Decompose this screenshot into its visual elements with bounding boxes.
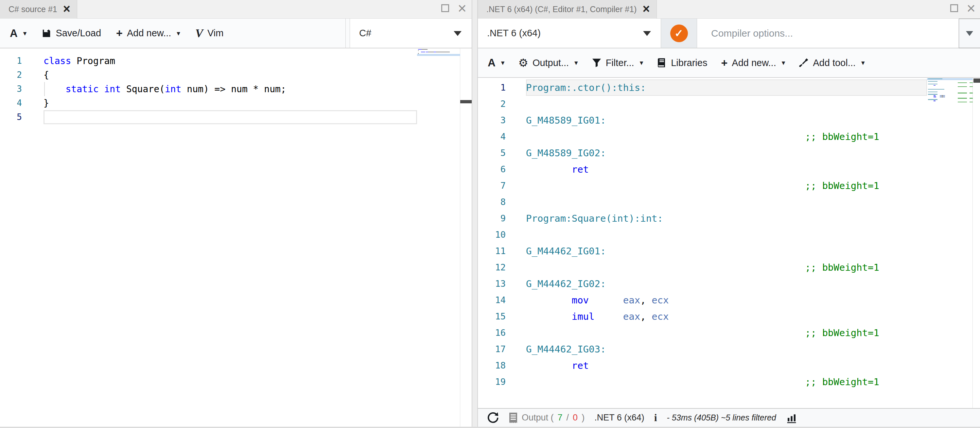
code-line[interactable]: 7;; bbWeight=1 — [478, 178, 980, 194]
compiler-config-row: .NET 6 (x64) ✓ — [478, 19, 980, 48]
code-line[interactable]: 1class Program — [0, 54, 472, 68]
pane-splitter[interactable] — [472, 0, 477, 427]
assembly-output-editor[interactable]: 1Program:.ctor():this:23G_M48589_IG01:4;… — [478, 78, 980, 408]
minimap[interactable] — [927, 78, 973, 408]
font-size-button[interactable]: A ▾ — [10, 27, 27, 40]
add-new-label: Add new... — [127, 28, 171, 38]
chevron-down-icon: ▾ — [574, 59, 578, 67]
code-line[interactable]: 13G_M44462_IG02: — [478, 276, 980, 292]
tab-csharp-source[interactable]: C# source #1 × — [0, 0, 77, 19]
minimap-code-mark — [958, 92, 967, 93]
minimap-code-mark — [928, 81, 937, 82]
code-line[interactable]: 5G_M48589_IG02: — [478, 145, 980, 161]
options-dropdown-button[interactable] — [959, 19, 980, 48]
libraries-button[interactable]: Libraries — [657, 57, 707, 68]
line-number: 3 — [0, 82, 22, 96]
vertical-scrollbar[interactable] — [973, 78, 980, 408]
plus-icon: + — [116, 27, 123, 40]
code-line[interactable]: 9Program:Square(int):int: — [478, 210, 980, 227]
output-menu-button[interactable]: ⚙ Output... ▾ — [518, 57, 578, 68]
chevron-down-icon: ▾ — [23, 29, 27, 37]
code-line[interactable]: 3 static int Square(int num) => num * nu… — [0, 82, 472, 96]
code-text: imul eax, ecx — [506, 308, 669, 325]
maximize-icon[interactable] — [441, 4, 449, 12]
minimap-code-mark — [436, 52, 450, 53]
code-text: G_M48589_IG01: — [506, 112, 606, 129]
compiler-explorer-window: C# source #1 × × A ▾ Save/Load + Add new… — [0, 0, 980, 428]
save-load-button[interactable]: Save/Load — [41, 28, 101, 38]
tab-dotnet-compiler[interactable]: .NET 6 (x64) (C#, Editor #1, Compiler #1… — [478, 0, 657, 19]
vertical-scrollbar[interactable] — [460, 48, 472, 427]
add-tool-label: Add tool... — [813, 57, 856, 68]
minimap-code-mark — [969, 92, 973, 93]
code-line[interactable]: 10 — [478, 227, 980, 243]
scrollbar-thumb[interactable] — [974, 78, 980, 83]
minimap-code-mark — [428, 52, 434, 53]
compile-status-icon: ✓ — [670, 24, 688, 42]
code-line[interactable]: 2 — [478, 96, 980, 112]
minimap-code-mark — [958, 83, 967, 83]
tab-title: .NET 6 (x64) (C#, Editor #1, Compiler #1… — [487, 5, 636, 14]
add-new-button[interactable]: + Add new... ▾ — [116, 27, 180, 40]
libraries-label: Libraries — [671, 57, 707, 68]
add-new-button[interactable]: + Add new... ▾ — [721, 57, 785, 69]
maximize-icon[interactable] — [950, 4, 958, 12]
code-line[interactable]: 15 imul eax, ecx — [478, 308, 980, 325]
minimap[interactable] — [417, 48, 460, 427]
code-line[interactable]: 6 ret — [478, 161, 980, 178]
close-pane-icon[interactable]: × — [458, 3, 466, 13]
select-arrow-icon — [966, 31, 973, 36]
info-icon[interactable]: i — [654, 412, 657, 424]
code-line[interactable]: 5 — [0, 110, 472, 124]
close-pane-icon[interactable]: × — [967, 3, 975, 13]
compiler-options-input[interactable] — [697, 19, 959, 48]
code-line[interactable]: 8 — [478, 194, 980, 210]
code-line[interactable]: 16;; bbWeight=1 — [478, 325, 980, 341]
minimap-viewport — [417, 54, 460, 56]
source-editor[interactable]: 1class Program2{3 static int Square(int … — [0, 48, 472, 427]
line-number: 14 — [478, 292, 506, 308]
code-line[interactable]: 19;; bbWeight=1 — [478, 374, 980, 390]
code-text: ;; bbWeight=1 — [506, 374, 526, 390]
minimap-code-mark — [969, 98, 973, 99]
output-log-button[interactable]: Output (7/0) — [509, 413, 584, 423]
close-tab-icon[interactable]: × — [63, 3, 70, 15]
code-line[interactable]: 1Program:.ctor():this: — [478, 80, 980, 96]
close-tab-icon[interactable]: × — [643, 3, 650, 15]
code-line[interactable]: 4} — [0, 96, 472, 110]
compile-timing-text: - 53ms (405B) ~5 lines filtered — [667, 413, 776, 422]
output-ok-count: 7 — [558, 413, 563, 423]
compile-status-cell: ✓ — [661, 19, 697, 48]
refresh-icon[interactable] — [487, 412, 499, 424]
code-line[interactable]: 11G_M44462_IG01: — [478, 243, 980, 259]
filter-menu-button[interactable]: Filter... ▾ — [592, 57, 643, 68]
vim-toggle-button[interactable]: V Vim — [195, 27, 223, 40]
code-line[interactable]: 4;; bbWeight=1 — [478, 129, 980, 145]
compiler-tab-bar: .NET 6 (x64) (C#, Editor #1, Compiler #1… — [478, 0, 980, 19]
font-size-button[interactable]: A ▾ — [488, 57, 504, 69]
line-number: 1 — [478, 80, 506, 96]
language-select[interactable]: C# — [350, 19, 471, 48]
code-line[interactable]: 14 mov eax, ecx — [478, 292, 980, 308]
add-tool-button[interactable]: Add tool... ▾ — [799, 57, 864, 68]
code-line[interactable]: 18 ret — [478, 357, 980, 374]
code-line[interactable]: 2{ — [0, 68, 472, 82]
font-size-label: A — [488, 57, 496, 69]
minimap-code-mark — [928, 92, 937, 92]
code-line[interactable]: 17G_M44462_IG03: — [478, 341, 980, 357]
code-text: G_M48589_IG02: — [506, 145, 606, 161]
minimap-code-mark — [422, 49, 428, 50]
bar-chart-icon[interactable] — [786, 413, 797, 423]
code-line[interactable]: 12;; bbWeight=1 — [478, 259, 980, 276]
code-text: static int Square(int num) => num * num; — [22, 82, 286, 96]
line-number: 5 — [478, 145, 506, 161]
minimap-code-mark — [421, 52, 425, 53]
compiler-toolbar: A ▾ ⚙ Output... ▾ Filter... ▾ Libraries … — [478, 48, 980, 78]
scrollbar-thumb[interactable] — [460, 100, 472, 103]
minimap-code-mark — [958, 86, 967, 87]
minimap-code-mark — [928, 99, 937, 100]
save-load-label: Save/Load — [56, 28, 101, 38]
compiler-select[interactable]: .NET 6 (x64) — [478, 19, 661, 48]
code-line[interactable]: 3G_M48589_IG01: — [478, 112, 980, 129]
minimap-code-mark — [928, 78, 942, 79]
